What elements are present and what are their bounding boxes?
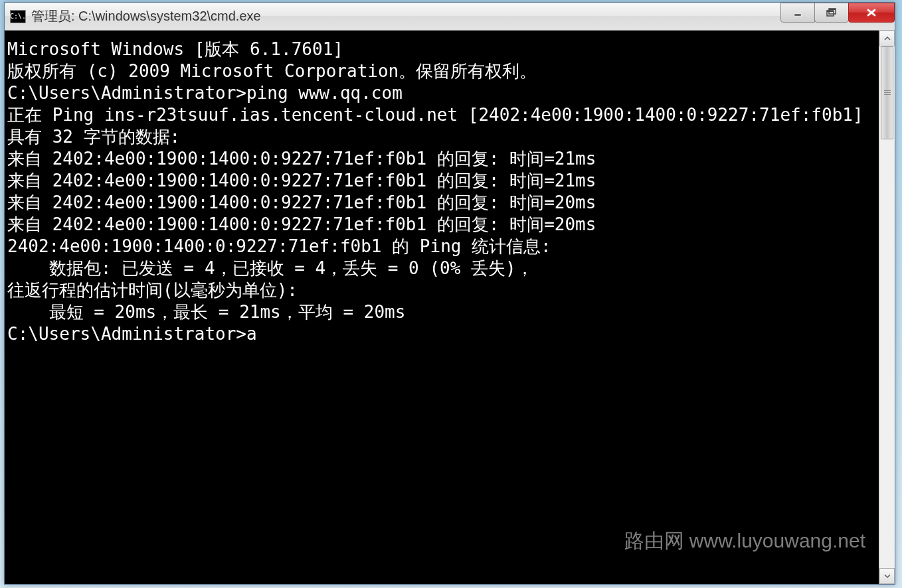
svg-rect-0 [794,14,801,16]
scroll-down-button[interactable] [879,568,895,584]
cmd-window: C:\. 管理员: C:\windows\system32\cmd.exe [4,2,895,585]
terminal-line: 往返行程的估计时间(以毫秒为单位): [7,279,879,301]
scroll-up-button[interactable] [879,31,895,46]
close-icon [865,8,877,17]
svg-rect-4 [827,11,834,12]
terminal-line: 来自 2402:4e00:1900:1400:0:9227:71ef:f0b1 … [7,170,879,192]
window-controls [781,3,895,24]
window-title: 管理员: C:\windows\system32\cmd.exe [31,7,781,25]
terminal-line: C:\Users\Administrator>a [7,323,879,345]
content-area: Microsoft Windows [版本 6.1.7601]版权所有 (c) … [5,31,895,584]
scroll-track[interactable] [879,46,895,568]
terminal-line: 来自 2402:4e00:1900:1400:0:9227:71ef:f0b1 … [7,192,879,214]
minimize-button[interactable] [780,3,815,23]
terminal-line: 数据包: 已发送 = 4，已接收 = 4，丢失 = 0 (0% 丢失)， [7,257,879,279]
terminal-line: 2402:4e00:1900:1400:0:9227:71ef:f0b1 的 P… [7,236,879,257]
terminal-line: 来自 2402:4e00:1900:1400:0:9227:71ef:f0b1 … [7,148,879,170]
cmd-icon-text: C:\. [10,13,26,20]
minimize-icon [793,8,802,17]
close-button[interactable] [848,3,895,23]
maximize-icon [826,8,837,17]
terminal-output[interactable]: Microsoft Windows [版本 6.1.7601]版权所有 (c) … [5,31,879,584]
scroll-thumb[interactable] [881,46,893,139]
terminal-line: 正在 Ping ins-r23tsuuf.ias.tencent-cloud.n… [7,104,879,148]
maximize-button[interactable] [814,3,849,23]
terminal-line: Microsoft Windows [版本 6.1.7601] [7,38,879,60]
titlebar[interactable]: C:\. 管理员: C:\windows\system32\cmd.exe [5,3,895,31]
chevron-down-icon [884,574,891,578]
terminal-line: 版权所有 (c) 2009 Microsoft Corporation。保留所有… [7,60,879,82]
terminal-line: C:\Users\Administrator>ping www.qq.com [7,82,879,104]
terminal-line: 最短 = 20ms，最长 = 21ms，平均 = 20ms [7,301,879,323]
chevron-up-icon [884,37,891,40]
scrollbar [879,31,895,584]
svg-rect-3 [829,9,836,10]
cmd-icon: C:\. [10,10,26,23]
terminal-line: 来自 2402:4e00:1900:1400:0:9227:71ef:f0b1 … [7,214,879,236]
